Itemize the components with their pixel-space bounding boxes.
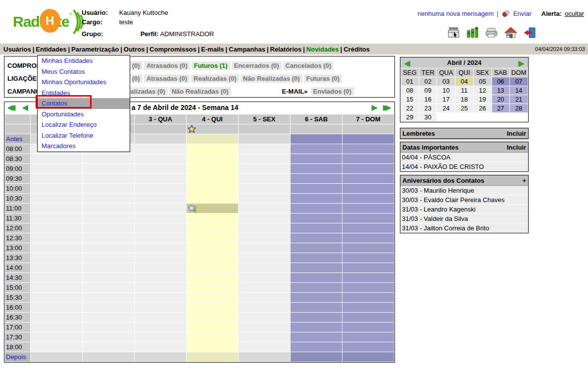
slot-cell[interactable]	[31, 313, 83, 322]
enviar-link[interactable]: Enviar	[513, 10, 532, 17]
status-count-chip[interactable]: Futuras (0)	[304, 74, 342, 83]
slot-cell[interactable]	[239, 144, 291, 154]
status-count-chip[interactable]: Futuros (1)	[192, 61, 230, 70]
slot-cell[interactable]	[291, 184, 343, 194]
slot-cell[interactable]	[343, 223, 394, 233]
dropdown-item-localizar-telefone[interactable]: Localizar Telefone	[38, 130, 130, 141]
slot-cell[interactable]	[291, 223, 343, 233]
menu-item-cr-ditos[interactable]: Créditos	[342, 46, 371, 53]
slot-cell[interactable]	[187, 223, 239, 233]
slot-cell[interactable]	[343, 154, 394, 164]
slot-cell[interactable]	[135, 144, 187, 154]
slot-cell[interactable]	[187, 174, 239, 184]
allday-cell[interactable]	[291, 124, 343, 134]
home-icon[interactable]	[504, 27, 517, 39]
slot-cell[interactable]	[343, 134, 394, 144]
minical-day-cell[interactable]: 30	[419, 113, 437, 122]
slot-cell[interactable]	[291, 322, 343, 332]
slot-cell[interactable]	[291, 283, 343, 293]
slot-cell[interactable]	[343, 174, 394, 184]
dropdown-item-contatos[interactable]: Contatos	[38, 98, 130, 109]
slot-cell[interactable]	[343, 342, 394, 352]
slot-cell[interactable]	[83, 194, 135, 204]
slot-cell[interactable]	[239, 342, 291, 352]
day-header-cell[interactable]: 6 - SAB	[291, 114, 343, 124]
slot-cell[interactable]	[187, 184, 239, 194]
slot-cell[interactable]	[31, 263, 83, 273]
slot-cell[interactable]	[135, 174, 187, 184]
slot-cell[interactable]	[135, 194, 187, 204]
slot-cell[interactable]	[135, 233, 187, 243]
slot-cell[interactable]	[239, 233, 291, 243]
status-count-chip[interactable]: Atrasadas (0)	[144, 74, 190, 83]
slot-cell[interactable]	[239, 154, 291, 164]
slot-cell[interactable]	[135, 313, 187, 322]
slot-cell[interactable]	[31, 293, 83, 303]
slot-cell[interactable]	[83, 184, 135, 194]
slot-cell[interactable]	[239, 164, 291, 174]
menu-item-entidades[interactable]: Entidades	[34, 46, 68, 53]
slot-cell[interactable]	[135, 293, 187, 303]
exit-door-icon[interactable]	[524, 27, 536, 39]
minical-day-cell[interactable]: 04	[455, 77, 474, 86]
slot-cell[interactable]	[187, 342, 239, 352]
dropdown-item-oportunidades[interactable]: Oportunidades	[38, 109, 130, 120]
slot-cell[interactable]	[291, 144, 343, 154]
minical-day-cell[interactable]: 14	[510, 86, 528, 95]
minical-day-cell[interactable]: 01	[401, 77, 419, 86]
slot-cell[interactable]	[239, 352, 291, 362]
slot-cell[interactable]	[239, 332, 291, 342]
minical-next-arrow[interactable]: ▶	[518, 58, 524, 68]
slot-cell[interactable]	[239, 303, 291, 313]
minical-day-cell[interactable]: 28	[510, 104, 528, 113]
slot-cell[interactable]	[83, 233, 135, 243]
dropdown-item-meus-contatos[interactable]: Meus Contatos	[38, 66, 130, 77]
slot-cell[interactable]	[187, 283, 239, 293]
slot-cell[interactable]	[83, 352, 135, 362]
slot-cell[interactable]	[187, 243, 239, 253]
slot-cell[interactable]	[83, 253, 135, 263]
slot-cell[interactable]	[291, 243, 343, 253]
slot-cell[interactable]	[343, 352, 394, 362]
minical-day-cell[interactable]: 21	[510, 95, 528, 104]
status-count-chip[interactable]: Cancelados (0)	[283, 61, 334, 70]
time-link-depois[interactable]: Depois	[5, 352, 31, 362]
slot-cell[interactable]	[135, 332, 187, 342]
slot-cell[interactable]	[343, 283, 394, 293]
dropdown-item-marcadores[interactable]: Marcadores	[38, 141, 130, 152]
slot-cell[interactable]	[291, 164, 343, 174]
prev-month-arrows[interactable]: ◀◀	[7, 103, 15, 112]
slot-cell[interactable]	[343, 214, 394, 223]
slot-cell[interactable]	[83, 283, 135, 293]
slot-cell[interactable]	[31, 253, 83, 263]
time-link-antes[interactable]: Antes	[5, 134, 31, 144]
status-count-chip[interactable]: Não Realizadas (0)	[241, 74, 302, 83]
minical-day-cell[interactable]: 27	[491, 104, 510, 113]
slot-cell[interactable]	[291, 134, 343, 144]
slot-cell[interactable]	[31, 194, 83, 204]
slot-cell[interactable]	[31, 283, 83, 293]
minical-day-cell[interactable]: 16	[419, 95, 437, 104]
slot-cell[interactable]	[291, 303, 343, 313]
slot-cell[interactable]	[187, 214, 239, 223]
slot-cell[interactable]	[187, 332, 239, 342]
menu-item-parametriza-o[interactable]: Parametrização	[70, 46, 120, 53]
status-count-chip[interactable]: Não Realizadas (0)	[169, 87, 231, 96]
slot-cell[interactable]	[83, 164, 135, 174]
list-item[interactable]: 31/03 - Valdeir da Silva	[400, 214, 528, 223]
slot-cell[interactable]	[187, 263, 239, 273]
minical-day-cell[interactable]: 11	[455, 86, 474, 95]
slot-cell[interactable]	[187, 164, 239, 174]
slot-cell[interactable]	[135, 223, 187, 233]
slot-cell[interactable]	[343, 263, 394, 273]
minical-day-cell[interactable]: 17	[437, 95, 455, 104]
slot-cell[interactable]	[83, 174, 135, 184]
slot-cell[interactable]	[239, 313, 291, 322]
slot-cell[interactable]	[83, 223, 135, 233]
star-event-icon[interactable]	[188, 125, 196, 133]
enviar-mensagem-icon[interactable]	[501, 9, 510, 17]
slot-cell[interactable]	[343, 253, 394, 263]
slot-cell[interactable]	[343, 144, 394, 154]
slot-cell[interactable]	[135, 273, 187, 283]
slot-cell[interactable]	[135, 214, 187, 223]
